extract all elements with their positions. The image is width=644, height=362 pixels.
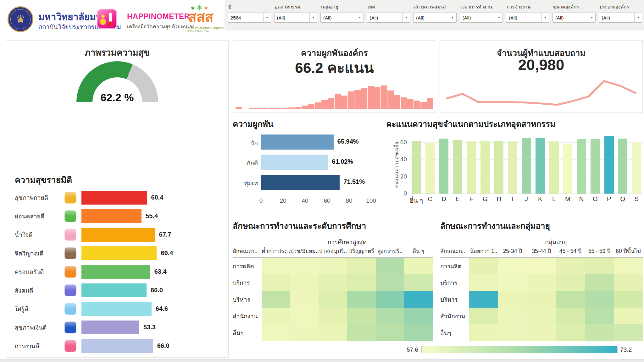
engagement-bar[interactable]	[261, 155, 328, 170]
filter-dropdown-industry[interactable]: (All)▼	[274, 13, 318, 23]
heatmap-cell[interactable]	[585, 291, 614, 308]
histogram-bar[interactable]	[308, 104, 314, 109]
heatmap-cell[interactable]	[498, 291, 527, 308]
industry-bar[interactable]	[412, 141, 421, 194]
heatmap-cell[interactable]	[404, 324, 433, 341]
heatmap-cell[interactable]	[469, 258, 498, 274]
heatmap-cell[interactable]	[469, 308, 498, 324]
chevron-down-icon[interactable]: ▼	[309, 13, 317, 22]
filter-dropdown-year[interactable]: 2564▼	[228, 13, 271, 23]
heatmap-cell[interactable]	[614, 308, 643, 324]
heatmap-cell[interactable]	[262, 308, 290, 324]
histogram-bar[interactable]	[341, 96, 347, 109]
dimension-bar[interactable]	[81, 283, 147, 297]
heatmap-cell[interactable]	[347, 324, 376, 341]
heatmap-cell[interactable]	[347, 258, 376, 274]
industry-bar[interactable]	[522, 138, 531, 194]
engagement-bar[interactable]	[261, 175, 340, 190]
industry-bar[interactable]	[604, 136, 614, 194]
heatmap-cell[interactable]	[614, 291, 643, 308]
heatmap-cell[interactable]	[376, 258, 404, 274]
filter-dropdown-marital-status[interactable]: (All)▼	[413, 13, 457, 23]
histogram-bar[interactable]	[269, 108, 275, 109]
chevron-down-icon[interactable]: ▼	[356, 13, 364, 22]
industry-bar[interactable]	[549, 141, 559, 194]
heatmap-cell[interactable]	[290, 308, 319, 324]
heatmap-cell[interactable]	[556, 258, 585, 274]
industry-bar[interactable]	[439, 139, 448, 194]
heatmap-cell[interactable]	[498, 258, 527, 274]
heatmap-cell[interactable]	[262, 258, 290, 274]
histogram-bar[interactable]	[387, 90, 394, 109]
histogram-bar[interactable]	[381, 85, 387, 109]
histogram-bar[interactable]	[368, 86, 374, 109]
industry-bar[interactable]	[563, 144, 572, 194]
heatmap-cell[interactable]	[319, 324, 347, 341]
filter-dropdown-age-group[interactable]: (All)▼	[320, 13, 364, 23]
happiness-gauge[interactable]: 62.2 %	[76, 61, 158, 102]
filter-dropdown-org-type[interactable]: (All)▼	[599, 13, 642, 23]
heatmap-cell[interactable]	[404, 258, 433, 274]
heatmap-cell[interactable]	[469, 291, 498, 308]
heatmap-cell[interactable]	[614, 324, 643, 341]
heatmap-cell[interactable]	[319, 291, 347, 308]
heatmap-cell[interactable]	[319, 308, 347, 324]
heatmap-cell[interactable]	[585, 258, 614, 274]
industry-bar[interactable]	[480, 141, 490, 194]
histogram-bar[interactable]	[295, 107, 301, 109]
heatmap-cell[interactable]	[376, 324, 404, 341]
industry-bar[interactable]	[591, 139, 600, 194]
chevron-down-icon[interactable]: ▼	[449, 13, 456, 22]
histogram-bar[interactable]	[394, 95, 400, 109]
histogram-bar[interactable]	[348, 91, 354, 109]
heatmap-cell[interactable]	[290, 274, 319, 291]
heatmap-cell[interactable]	[498, 324, 527, 341]
filter-dropdown-work-time[interactable]: (All)▼	[460, 13, 503, 23]
heatmap-cell[interactable]	[469, 274, 498, 291]
heatmap-cell[interactable]	[556, 324, 585, 341]
heatmap-cell[interactable]	[262, 324, 290, 341]
heatmap-cell[interactable]	[498, 308, 527, 324]
dimension-bar[interactable]	[81, 191, 147, 205]
histogram-bar[interactable]	[275, 108, 281, 109]
heatmap-cell[interactable]	[614, 274, 643, 291]
heatmap-cell[interactable]	[498, 274, 527, 291]
heatmap-cell[interactable]	[404, 274, 433, 291]
industry-bar[interactable]	[494, 141, 503, 194]
heatmap-cell[interactable]	[585, 274, 614, 291]
heatmap-cell[interactable]	[556, 308, 585, 324]
heatmap-cell[interactable]	[347, 274, 376, 291]
chevron-down-icon[interactable]: ▼	[588, 13, 596, 22]
heatmap-cell[interactable]	[527, 258, 556, 274]
industry-bar[interactable]	[425, 143, 435, 194]
heatmap-cell[interactable]	[319, 258, 347, 274]
chevron-down-icon[interactable]: ▼	[495, 13, 502, 22]
heatmap-cell[interactable]	[290, 258, 319, 274]
heatmap-cell[interactable]	[347, 291, 376, 308]
heatmap-cell[interactable]	[404, 308, 433, 324]
heatmap-cell[interactable]	[347, 308, 376, 324]
histogram-bar[interactable]	[374, 87, 380, 109]
heatmap-cell[interactable]	[262, 274, 290, 291]
heatmap-cell[interactable]	[376, 291, 404, 308]
heatmap-cell[interactable]	[469, 324, 498, 341]
histogram-bar[interactable]	[407, 99, 414, 109]
dimension-bar[interactable]	[81, 228, 155, 242]
chevron-down-icon[interactable]: ▼	[634, 13, 642, 22]
heatmap-cell[interactable]	[585, 324, 614, 341]
dimension-bar[interactable]	[81, 265, 150, 279]
histogram-bar[interactable]	[420, 102, 427, 109]
heatmap-cell[interactable]	[527, 291, 556, 308]
histogram-bar[interactable]	[255, 108, 262, 109]
histogram-bar[interactable]	[414, 101, 420, 109]
bottom-scroll-strip[interactable]	[0, 359, 644, 362]
heatmap-cell[interactable]	[404, 291, 433, 308]
filter-dropdown-org-size[interactable]: (All)▼	[552, 13, 596, 23]
histogram-bar[interactable]	[321, 100, 328, 109]
histogram-bar[interactable]	[328, 98, 334, 109]
dimension-bar[interactable]	[81, 321, 139, 334]
heatmap-cell[interactable]	[527, 324, 556, 341]
histogram-bar[interactable]	[262, 108, 268, 109]
heatmap-cell[interactable]	[376, 308, 404, 324]
histogram-bar[interactable]	[236, 107, 242, 109]
